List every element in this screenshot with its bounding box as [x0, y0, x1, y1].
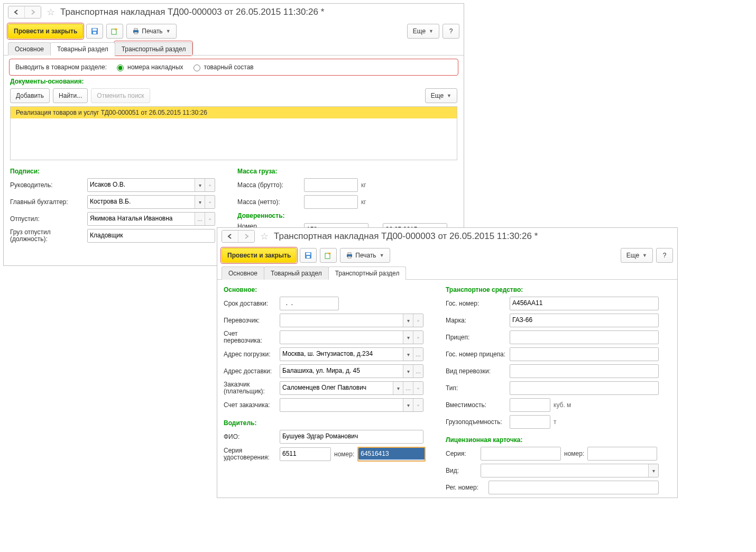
- window-goods-section: ☆ Транспортная накладная ТД00-000003 от …: [3, 3, 464, 6]
- titlebar: ☆ Транспортная накладная ТД00-000003 от …: [4, 4, 464, 6]
